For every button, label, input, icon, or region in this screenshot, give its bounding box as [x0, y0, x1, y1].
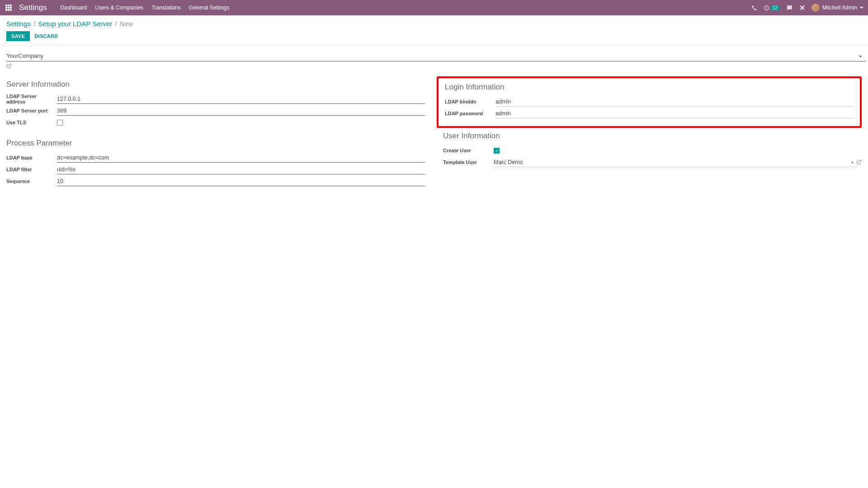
- ldap-filter-label: LDAP filter: [6, 167, 57, 172]
- company-field[interactable]: [6, 51, 866, 61]
- template-user-input[interactable]: [494, 158, 857, 167]
- main-navbar: Settings Dashboard Users & Companies Tra…: [0, 0, 868, 15]
- chevron-down-icon: [860, 7, 863, 9]
- login-info-highlight: Login Information LDAP binddn LDAP passw…: [437, 76, 862, 128]
- breadcrumb: Settings / Setup your LDAP Server / New: [0, 15, 868, 29]
- menu-users-companies[interactable]: Users & Companies: [95, 5, 143, 11]
- external-link-icon[interactable]: [6, 63, 12, 69]
- template-user-label: Template User: [443, 160, 494, 165]
- ldap-binddn-label: LDAP binddn: [445, 99, 495, 104]
- menu-dashboard[interactable]: Dashboard: [60, 5, 87, 11]
- ldap-base-input[interactable]: [57, 153, 425, 163]
- sequence-input[interactable]: [57, 177, 425, 186]
- create-user-label: Create User: [443, 148, 494, 153]
- form-sheet: ▾ Server Information LDAP Server address…: [0, 46, 868, 197]
- chevron-down-icon[interactable]: ▾: [851, 160, 854, 165]
- create-user-checkbox[interactable]: ✓: [494, 148, 500, 154]
- conversations-icon[interactable]: [786, 5, 793, 11]
- ldap-password-input[interactable]: [495, 109, 854, 118]
- menu-translations[interactable]: Translations: [151, 5, 181, 11]
- use-tls-checkbox[interactable]: [57, 120, 63, 126]
- activity-icon[interactable]: 12: [764, 5, 780, 11]
- apps-icon[interactable]: [5, 4, 13, 12]
- breadcrumb-root[interactable]: Settings: [6, 20, 31, 28]
- discard-button[interactable]: DISCARD: [34, 33, 58, 39]
- process-param-heading: Process Parameter: [6, 139, 425, 148]
- login-info-heading: Login Information: [445, 83, 854, 92]
- server-info-heading: Server Information: [6, 80, 425, 89]
- ldap-address-input[interactable]: [57, 94, 425, 104]
- avatar: [811, 4, 820, 12]
- user-name: Mitchell Admin: [822, 5, 857, 11]
- close-icon[interactable]: ✕: [799, 4, 805, 12]
- sequence-label: Sequence: [6, 178, 57, 184]
- user-info-heading: User Information: [443, 131, 862, 141]
- ldap-base-label: LDAP base: [6, 155, 57, 160]
- ldap-port-label: LDAP Server port: [6, 108, 57, 113]
- ldap-password-label: LDAP password: [445, 111, 495, 116]
- external-link-icon[interactable]: [856, 160, 862, 165]
- use-tls-label: Use TLS: [6, 120, 57, 125]
- ldap-binddn-input[interactable]: [495, 97, 854, 107]
- phone-icon[interactable]: [751, 5, 757, 11]
- menu-general-settings[interactable]: General Settings: [189, 5, 229, 11]
- save-button[interactable]: SAVE: [6, 31, 30, 41]
- navbar-menu: Dashboard Users & Companies Translations…: [60, 5, 229, 11]
- ldap-port-input[interactable]: [57, 106, 425, 116]
- action-bar: SAVE DISCARD: [0, 29, 868, 46]
- breadcrumb-mid[interactable]: Setup your LDAP Server: [38, 20, 112, 28]
- activity-badge: 12: [770, 5, 780, 11]
- chevron-down-icon[interactable]: ▾: [859, 54, 862, 59]
- breadcrumb-current: New: [120, 20, 133, 28]
- app-brand: Settings: [19, 3, 47, 12]
- user-menu[interactable]: Mitchell Admin: [811, 4, 863, 12]
- ldap-filter-input[interactable]: [57, 165, 425, 174]
- ldap-address-label: LDAP Server address: [6, 94, 57, 104]
